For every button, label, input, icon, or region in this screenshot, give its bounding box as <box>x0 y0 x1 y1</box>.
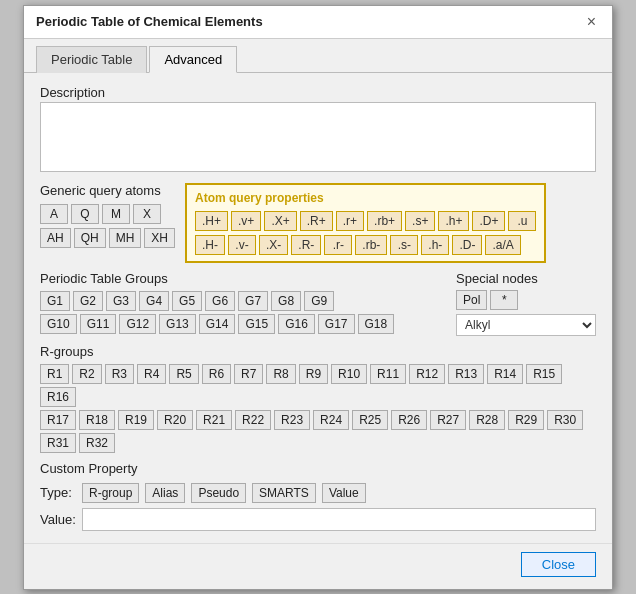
groups-section: Periodic Table Groups G1 G2 G3 G4 G5 G6 … <box>40 271 394 334</box>
type-rgroup[interactable]: R-group <box>82 483 139 503</box>
r14[interactable]: R14 <box>487 364 523 384</box>
aq-aA[interactable]: .a/A <box>485 235 520 255</box>
r7[interactable]: R7 <box>234 364 263 384</box>
g10[interactable]: G10 <box>40 314 77 334</box>
description-input[interactable] <box>40 102 596 172</box>
r28[interactable]: R28 <box>469 410 505 430</box>
aq-D-plus[interactable]: .D+ <box>472 211 505 231</box>
aq-h-minus[interactable]: .h- <box>421 235 449 255</box>
g9[interactable]: G9 <box>304 291 334 311</box>
generic-btn-XH[interactable]: XH <box>144 228 175 248</box>
window-close-button[interactable]: × <box>583 14 600 30</box>
tab-periodic-table[interactable]: Periodic Table <box>36 46 147 73</box>
rgroups-label: R-groups <box>40 344 596 359</box>
aq-H-plus[interactable]: .H+ <box>195 211 228 231</box>
g11[interactable]: G11 <box>80 314 117 334</box>
r18[interactable]: R18 <box>79 410 115 430</box>
tab-content: Description Generic query atoms A Q M X … <box>24 73 612 543</box>
g3[interactable]: G3 <box>106 291 136 311</box>
r25[interactable]: R25 <box>352 410 388 430</box>
aq-r-plus[interactable]: .r+ <box>336 211 364 231</box>
g13[interactable]: G13 <box>159 314 196 334</box>
aq-D-minus[interactable]: .D- <box>452 235 482 255</box>
aq-r-minus[interactable]: .r- <box>324 235 352 255</box>
generic-btn-A[interactable]: A <box>40 204 68 224</box>
r20[interactable]: R20 <box>157 410 193 430</box>
aq-R-minus[interactable]: .R- <box>291 235 321 255</box>
g8[interactable]: G8 <box>271 291 301 311</box>
r23[interactable]: R23 <box>274 410 310 430</box>
generic-btn-M[interactable]: M <box>102 204 130 224</box>
g4[interactable]: G4 <box>139 291 169 311</box>
r22[interactable]: R22 <box>235 410 271 430</box>
type-smarts[interactable]: SMARTS <box>252 483 316 503</box>
special-star[interactable]: * <box>490 290 518 310</box>
aq-h-plus[interactable]: .h+ <box>438 211 469 231</box>
type-alias[interactable]: Alias <box>145 483 185 503</box>
r11[interactable]: R11 <box>370 364 406 384</box>
g2[interactable]: G2 <box>73 291 103 311</box>
g17[interactable]: G17 <box>318 314 355 334</box>
g1[interactable]: G1 <box>40 291 70 311</box>
r12[interactable]: R12 <box>409 364 445 384</box>
r2[interactable]: R2 <box>72 364 101 384</box>
aq-s-plus[interactable]: .s+ <box>405 211 435 231</box>
r5[interactable]: R5 <box>169 364 198 384</box>
r6[interactable]: R6 <box>202 364 231 384</box>
aq-rb-minus[interactable]: .rb- <box>355 235 387 255</box>
groups-row1: G1 G2 G3 G4 G5 G6 G7 G8 G9 <box>40 291 394 311</box>
g14[interactable]: G14 <box>199 314 236 334</box>
g15[interactable]: G15 <box>238 314 275 334</box>
special-pol[interactable]: Pol <box>456 290 487 310</box>
aq-s-minus[interactable]: .s- <box>390 235 418 255</box>
atom-query-row1: .H+ .v+ .X+ .R+ .r+ .rb+ .s+ .h+ .D+ .u <box>195 211 536 231</box>
generic-btn-MH[interactable]: MH <box>109 228 142 248</box>
r19[interactable]: R19 <box>118 410 154 430</box>
r9[interactable]: R9 <box>299 364 328 384</box>
title-bar: Periodic Table of Chemical Elements × <box>24 6 612 39</box>
r3[interactable]: R3 <box>105 364 134 384</box>
r16[interactable]: R16 <box>40 387 76 407</box>
r8[interactable]: R8 <box>266 364 295 384</box>
r10[interactable]: R10 <box>331 364 367 384</box>
g18[interactable]: G18 <box>358 314 395 334</box>
g5[interactable]: G5 <box>172 291 202 311</box>
r21[interactable]: R21 <box>196 410 232 430</box>
g6[interactable]: G6 <box>205 291 235 311</box>
r17[interactable]: R17 <box>40 410 76 430</box>
aq-v-minus[interactable]: .v- <box>228 235 256 255</box>
generic-btn-X[interactable]: X <box>133 204 161 224</box>
type-value[interactable]: Value <box>322 483 366 503</box>
aq-X-plus[interactable]: .X+ <box>264 211 296 231</box>
r13[interactable]: R13 <box>448 364 484 384</box>
g12[interactable]: G12 <box>119 314 156 334</box>
aq-rb-plus[interactable]: .rb+ <box>367 211 402 231</box>
type-pseudo[interactable]: Pseudo <box>191 483 246 503</box>
aq-R-plus[interactable]: .R+ <box>300 211 333 231</box>
r1[interactable]: R1 <box>40 364 69 384</box>
aq-v-plus[interactable]: .v+ <box>231 211 261 231</box>
r27[interactable]: R27 <box>430 410 466 430</box>
aq-X-minus[interactable]: .X- <box>259 235 288 255</box>
g7[interactable]: G7 <box>238 291 268 311</box>
r32[interactable]: R32 <box>79 433 115 453</box>
generic-btn-Q[interactable]: Q <box>71 204 99 224</box>
r4[interactable]: R4 <box>137 364 166 384</box>
generic-btn-QH[interactable]: QH <box>74 228 106 248</box>
g16[interactable]: G16 <box>278 314 315 334</box>
generic-btn-AH[interactable]: AH <box>40 228 71 248</box>
value-row: Value: <box>40 508 596 531</box>
custom-property-section: Custom Property Type: R-group Alias Pseu… <box>40 461 596 531</box>
r30[interactable]: R30 <box>547 410 583 430</box>
special-nodes-select[interactable]: Alkyl <box>456 314 596 336</box>
aq-H-minus[interactable]: .H- <box>195 235 225 255</box>
r29[interactable]: R29 <box>508 410 544 430</box>
close-dialog-button[interactable]: Close <box>521 552 596 577</box>
r24[interactable]: R24 <box>313 410 349 430</box>
r31[interactable]: R31 <box>40 433 76 453</box>
value-input[interactable] <box>82 508 596 531</box>
r15[interactable]: R15 <box>526 364 562 384</box>
tab-advanced[interactable]: Advanced <box>149 46 237 73</box>
aq-u[interactable]: .u <box>508 211 536 231</box>
r26[interactable]: R26 <box>391 410 427 430</box>
